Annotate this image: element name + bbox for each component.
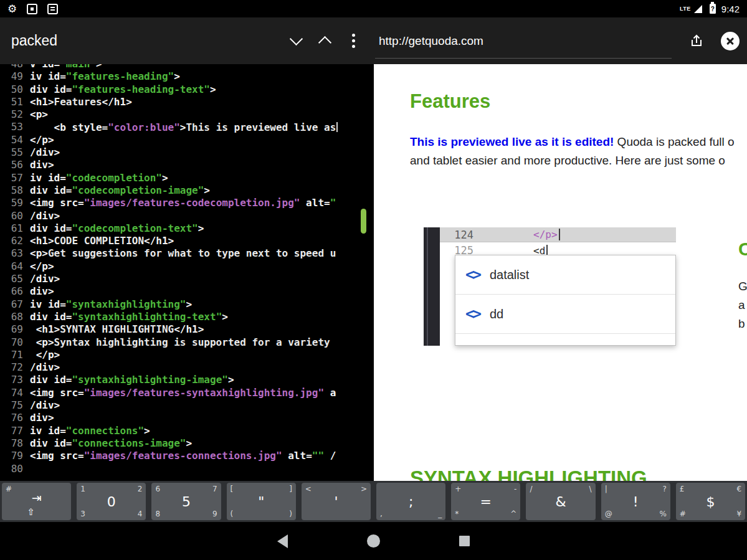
code-line[interactable]: 52<p> — [0, 108, 374, 121]
code-line[interactable]: 54</p> — [0, 134, 374, 146]
code-line[interactable]: 65/div> — [0, 273, 374, 285]
code-line[interactable]: 53 <b style="color:blue">This is preview… — [0, 121, 374, 133]
tag-icon: <> — [465, 344, 480, 346]
line-number: 80 — [0, 463, 23, 475]
line-number: 55 — [0, 146, 23, 159]
open-in-browser-icon — [687, 32, 706, 50]
open-file-title[interactable]: packed — [11, 32, 282, 49]
code-line[interactable]: 67iv id="syntaxhighlighting"> — [0, 298, 374, 311]
line-number: 51 — [0, 96, 23, 108]
line-number: 64 — [0, 260, 23, 273]
tag-icon: <> — [465, 266, 480, 283]
key-alt-label: 9 — [212, 510, 217, 518]
symbol-keyboard: #⇥⇧1234067895[]()"<>',_;+-*^=/\&|?@%!£€#… — [0, 481, 747, 522]
autocomplete-row: <> — [455, 334, 675, 346]
code-line[interactable]: 59<img src="images/features-codecompleti… — [0, 197, 374, 209]
code-token: > — [162, 172, 168, 184]
ampersand-key[interactable]: /\& — [526, 483, 595, 520]
code-line[interactable]: 73div id="syntaxhighlighting-image"> — [0, 374, 374, 386]
expand-button[interactable] — [310, 27, 339, 55]
code-line[interactable]: 55/div> — [0, 146, 374, 159]
doublequote-key[interactable]: []()" — [227, 483, 296, 520]
code-line[interactable]: 68div id="syntaxhighlighting-text"> — [0, 311, 374, 323]
dollar-key[interactable]: £€#¥$ — [676, 483, 745, 520]
key-alt-label: , — [380, 510, 383, 518]
code-line[interactable]: 76div> — [0, 412, 374, 424]
header-row: packed http://getquoda.com — [0, 17, 747, 64]
code-token: > — [198, 222, 204, 234]
code-token: alt= — [300, 197, 330, 209]
exclamation-key[interactable]: |?@%! — [601, 483, 670, 520]
five-key[interactable]: 67895 — [151, 483, 221, 520]
status-system-icons: LTE ? 9:42 — [680, 4, 740, 14]
code-line[interactable]: 71 </p> — [0, 349, 374, 361]
apostrophe-key[interactable]: <>' — [302, 483, 371, 520]
line-number: 69 — [0, 323, 23, 336]
line-number: 54 — [0, 134, 23, 146]
code-token: Get suggestions for what to type next to… — [48, 247, 336, 259]
code-line[interactable]: 50div id="features-heading-text"> — [0, 83, 374, 96]
side-paragraph: Gab — [738, 277, 747, 333]
key-label: $ — [706, 494, 715, 510]
recents-button[interactable] — [459, 536, 470, 546]
equals-key[interactable]: +-*^= — [451, 483, 520, 520]
code-line[interactable]: 77iv id="connections"> — [0, 425, 374, 437]
code-line[interactable]: 64</p> — [0, 260, 374, 273]
back-button[interactable] — [277, 534, 288, 548]
code-editor-panel[interactable]: 48v id="main">49iv id="features-heading"… — [0, 64, 374, 481]
url-underline — [375, 58, 672, 59]
code-line[interactable]: 60/div> — [0, 210, 374, 222]
key-label: 5 — [182, 494, 191, 510]
code-token: div> — [30, 412, 54, 424]
code-line[interactable]: 61div id="codecompletion-text"> — [0, 222, 374, 235]
code-line[interactable]: 74<img src="images/features-syntaxhighli… — [0, 387, 374, 399]
code-token: "codecompletion" — [66, 172, 162, 184]
code-line[interactable]: 57iv id="codecompletion"> — [0, 172, 374, 184]
open-in-browser-button[interactable] — [687, 32, 706, 50]
status-bar: ⚙ LTE ? 9:42 — [0, 0, 747, 17]
autocomplete-row: <>datalist — [455, 255, 675, 295]
semicolon-key[interactable]: ,_; — [376, 483, 445, 520]
editor-scrollbar[interactable] — [361, 209, 366, 234]
code-line[interactable]: 51<h1>Features</h1> — [0, 96, 374, 108]
code-token: iv id= — [30, 298, 66, 310]
key-label: " — [258, 494, 264, 510]
codecompletion-feature-image: 124 </p> 125 <d <>datalist<>dd<> — [424, 227, 676, 346]
chevron-up-icon — [318, 36, 331, 49]
collapse-button[interactable] — [282, 27, 310, 55]
key-label: = — [480, 494, 492, 510]
code-line[interactable]: 75/div> — [0, 399, 374, 412]
code-line[interactable]: 78div id="connections-image"> — [0, 437, 374, 450]
code-token: "images/features-connections.jpg" — [84, 450, 282, 462]
key-alt-label: - — [514, 485, 516, 493]
code-line[interactable]: 79<img src="images/features-connections.… — [0, 450, 374, 462]
code-token: </p> — [30, 349, 60, 361]
key-alt-label: | — [605, 485, 607, 493]
code-token: > — [186, 437, 192, 449]
code-token: alt= — [282, 450, 312, 462]
tab-key[interactable]: #⇥⇧ — [2, 483, 71, 520]
url-field[interactable]: http://getquoda.com — [379, 34, 687, 48]
code-line[interactable]: 49iv id="features-heading"> — [0, 70, 374, 83]
code-line[interactable]: 69 <h1>SYNTAX HIGHLIGHTING</h1> — [0, 323, 374, 336]
code-line[interactable]: 70 <p>Syntax highlighting is supported f… — [0, 336, 374, 349]
code-line[interactable]: 56div> — [0, 159, 374, 171]
home-button[interactable] — [367, 534, 380, 548]
code-line[interactable]: 63<p>Get suggestions for what to type ne… — [0, 247, 374, 260]
shift-icon: ⇧ — [27, 506, 35, 518]
code-line[interactable]: 80 — [0, 463, 374, 475]
code-text: div id="connections-image"> — [30, 437, 192, 450]
code-line[interactable]: 58div id="codecompletion-image"> — [0, 184, 374, 197]
overflow-menu-button[interactable] — [339, 27, 368, 55]
close-preview-button[interactable] — [721, 32, 740, 50]
zero-key[interactable]: 12340 — [77, 483, 146, 520]
key-alt-label: 6 — [155, 485, 160, 493]
notification-glyph — [50, 7, 55, 8]
code-line[interactable]: 48v id="main"> — [0, 64, 374, 70]
key-alt-label: @ — [605, 510, 612, 518]
code-text: /div> — [30, 146, 60, 159]
key-alt-label: € — [736, 485, 741, 493]
code-line[interactable]: 72/div> — [0, 361, 374, 374]
code-line[interactable]: 66div> — [0, 285, 374, 298]
code-line[interactable]: 62<h1>CODE COMPLETION</h1> — [0, 235, 374, 247]
